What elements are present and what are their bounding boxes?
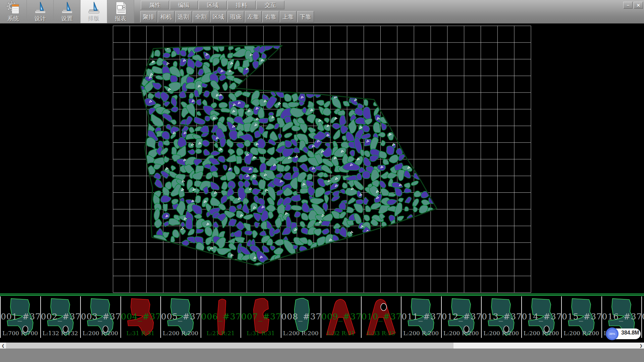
nesting-canvas[interactable]	[0, 23, 644, 294]
action-button-左靠[interactable]: 左靠	[245, 11, 262, 22]
piece-label: 004_#37	[121, 312, 160, 321]
nesting-drawing	[0, 23, 644, 294]
memory-percent-ring: 38%	[606, 327, 619, 340]
menu-tab-属性[interactable]: 属性	[141, 1, 169, 9]
menu-tab-交互[interactable]: 交互	[256, 1, 284, 9]
piece-counts: L:32 R:31	[321, 330, 361, 337]
piece-label: 016_#37	[602, 312, 641, 321]
piece-thumbnail-015_#37[interactable]: 015_#37L:200 R:200	[562, 296, 601, 338]
piece-counts: L:200 R:200	[522, 330, 561, 337]
scrollbar-thumb[interactable]	[6, 343, 453, 349]
module-label: 排版	[88, 15, 100, 22]
action-buttons: 聚排相机选割全割区域瑕疵左靠右靠上靠下靠	[140, 11, 314, 22]
piece-counts: L:200 R:200	[562, 330, 601, 337]
piece-thumbnail-003_#37[interactable]: 003_#37L:200 R:200	[81, 296, 120, 338]
strip-accent-line-bottom	[0, 295, 644, 296]
piece-counts: L:31 R:31	[241, 330, 280, 337]
action-button-选割[interactable]: 选割	[175, 11, 192, 22]
action-button-下靠[interactable]: 下靠	[297, 11, 314, 22]
piece-counts: L:31 R:31	[121, 330, 160, 337]
horizontal-scrollbar[interactable]: ❮ ❯	[0, 343, 644, 349]
module-button-排版[interactable]: 排版	[80, 0, 107, 23]
menu-tab-编辑[interactable]: 编辑	[170, 1, 198, 9]
module-buttons: 系统设计设置排版报表	[0, 0, 134, 23]
piece-counts: L:200 R:200	[161, 330, 200, 337]
pieces-strip: 001_#37L:700 R:700002_#37L:132 R:132003_…	[0, 293, 644, 340]
module-label: 报表	[115, 15, 126, 22]
piece-counts: L:700 R:700	[1, 330, 40, 337]
action-button-上靠[interactable]: 上靠	[280, 11, 297, 22]
module-button-设置[interactable]: 设置	[54, 0, 80, 23]
top-toolbar: 系统设计设置排版报表 属性编辑区域排料交互 聚排相机选割全割区域瑕疵左靠右靠上靠…	[0, 0, 644, 24]
module-label: 设置	[61, 15, 73, 22]
piece-thumbnail-009_#37[interactable]: 009_#37L:32 R:31	[321, 296, 361, 338]
piece-label: 012_#37	[442, 312, 481, 321]
menu-tab-排料[interactable]: 排料	[227, 1, 256, 9]
piece-label: 007_#37	[241, 312, 280, 321]
ruler-icon	[60, 1, 74, 15]
module-label: 系统	[8, 15, 19, 22]
piece-thumbnail-010_#37[interactable]: 010_#37L:33 R:33	[362, 296, 401, 338]
piece-thumbnail-004_#37[interactable]: 004_#37L:31 R:31	[121, 296, 160, 338]
piece-thumbnail-017_#37[interactable]: 017_#37L:200 R:200	[642, 296, 644, 338]
report-doc-icon	[113, 1, 128, 15]
piece-counts: L:132 R:132	[41, 330, 80, 337]
action-button-瑕疵[interactable]: 瑕疵	[227, 11, 244, 22]
ruler-icon	[33, 1, 48, 15]
piece-counts: L:200 R:200	[401, 330, 441, 337]
piece-label: 017_#37	[642, 312, 644, 321]
piece-label: 011_#37	[401, 312, 441, 321]
memory-value: 384.8M	[621, 330, 639, 336]
piece-counts: L:200 R:200	[81, 330, 120, 337]
status-bar	[0, 349, 644, 362]
window-controls: − ✕	[623, 2, 643, 9]
piece-label: 006_#37	[201, 312, 240, 321]
application-window: 系统设计设置排版报表 属性编辑区域排料交互 聚排相机选割全割区域瑕疵左靠右靠上靠…	[0, 0, 644, 362]
action-button-右靠[interactable]: 右靠	[262, 11, 279, 22]
piece-thumbnail-013_#37[interactable]: 013_#37L:200 R:200	[482, 296, 521, 338]
piece-label: 009_#37	[321, 312, 361, 321]
piece-thumbnail-012_#37[interactable]: 012_#37L:200 R:200	[442, 296, 481, 338]
piece-thumbnail-011_#37[interactable]: 011_#37L:200 R:200	[401, 296, 441, 338]
piece-label: 005_#37	[161, 312, 200, 321]
piece-label: 001_#37	[1, 312, 40, 321]
minimize-button[interactable]: −	[623, 2, 633, 9]
menu-tab-区域[interactable]: 区域	[199, 1, 227, 9]
module-label: 设计	[35, 15, 46, 22]
action-button-聚排[interactable]: 聚排	[140, 11, 157, 22]
piece-counts: L:33 R:33	[362, 330, 401, 337]
piece-thumbnail-001_#37[interactable]: 001_#37L:700 R:700	[1, 296, 40, 338]
piece-counts: L:200 R:200	[482, 330, 521, 337]
piece-thumbnail-005_#37[interactable]: 005_#37L:200 R:200	[161, 296, 200, 338]
piece-thumbnail-006_#37[interactable]: 006_#37L:21 R:21	[201, 296, 240, 338]
action-button-全割[interactable]: 全割	[193, 11, 209, 22]
module-button-系统[interactable]: 系统	[0, 0, 27, 23]
piece-counts: L:200 R:200	[642, 330, 644, 337]
piece-label: 010_#37	[362, 312, 401, 321]
piece-thumbnail-014_#37[interactable]: 014_#37L:200 R:200	[522, 296, 561, 338]
piece-thumbnail-008_#37[interactable]: 008_#37L:200 R:200	[281, 296, 321, 338]
piece-counts: L:200 R:200	[442, 330, 481, 337]
piece-label: 014_#37	[522, 312, 561, 321]
strip-accent-line-top	[0, 294, 644, 294]
piece-counts: L:21 R:21	[201, 330, 240, 337]
scroll-right-arrow-icon[interactable]: ❯	[638, 343, 644, 349]
piece-label: 003_#37	[81, 312, 120, 321]
module-button-设计[interactable]: 设计	[27, 0, 54, 23]
piece-thumbnail-007_#37[interactable]: 007_#37L:31 R:31	[241, 296, 280, 338]
ruler-icon	[87, 1, 101, 15]
gear-notebook-icon	[6, 1, 21, 15]
piece-thumbnail-002_#37[interactable]: 002_#37L:132 R:132	[41, 296, 80, 338]
piece-counts: L:200 R:200	[281, 330, 321, 337]
piece-label: 002_#37	[41, 312, 80, 321]
scroll-left-arrow-icon[interactable]: ❮	[0, 343, 6, 349]
menu-tabs: 属性编辑区域排料交互	[141, 1, 284, 9]
piece-label: 013_#37	[482, 312, 521, 321]
piece-label: 015_#37	[562, 312, 601, 321]
action-button-相机[interactable]: 相机	[158, 11, 174, 22]
action-button-区域[interactable]: 区域	[210, 11, 227, 22]
memory-percent: 38%	[609, 332, 615, 336]
module-button-报表[interactable]: 报表	[107, 0, 134, 23]
close-button[interactable]: ✕	[634, 2, 643, 9]
piece-thumbnails: 001_#37L:700 R:700002_#37L:132 R:132003_…	[0, 296, 644, 338]
